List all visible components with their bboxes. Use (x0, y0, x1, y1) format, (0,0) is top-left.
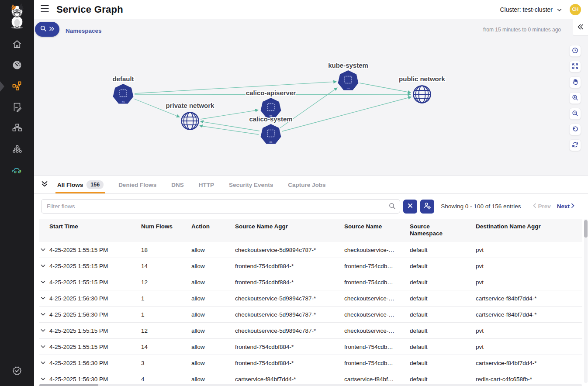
cell-num-flows: 3 (141, 360, 191, 366)
components-cluster-icon (12, 144, 22, 155)
pan-button[interactable] (569, 76, 581, 88)
tab-security-events[interactable]: Security Events (227, 176, 275, 193)
fit-to-view-button[interactable] (569, 61, 581, 72)
cell-start-time: 4-25-2025 1:55:15 PM (49, 247, 141, 253)
cell-source-name-aggr: frontend-754cdbf884-* (235, 263, 344, 269)
graph-node-public-network[interactable]: public network (399, 75, 446, 103)
graph-edge-kube-system-to-public-network (360, 83, 411, 93)
graph-node-kube-system[interactable]: nskube-system (328, 62, 368, 90)
tab-count-badge: 156 (86, 180, 104, 189)
column-header-source-namespace[interactable]: Source Namespace (410, 223, 451, 242)
sidebar-item-service-graph[interactable] (0, 76, 34, 97)
collapse-right-panel-button[interactable] (573, 19, 588, 36)
tab-denied-flows[interactable]: Denied Flows (117, 176, 158, 193)
certificate-badge-icon[interactable] (12, 366, 22, 377)
sidebar-item-dashboard[interactable] (0, 55, 34, 76)
chevron-down-icon (557, 6, 562, 13)
cell-source-namespace: default (410, 263, 476, 269)
cell-destination-name-aggr: redis-cart-c4fc658fb-* (476, 376, 582, 383)
cell-destination-name-aggr: pvt (476, 247, 582, 253)
column-header-destination-name-aggr[interactable]: Destination Name Aggr (476, 223, 582, 242)
next-page-button[interactable]: Next (557, 203, 575, 210)
cell-source-namespace: default (410, 247, 476, 253)
horizontal-scrollbar-thumb[interactable] (39, 384, 98, 386)
graph-search-button[interactable] (35, 22, 59, 37)
hamburger-menu-button[interactable] (40, 5, 49, 14)
cluster-selector[interactable]: Cluster: test-cluster (500, 6, 562, 13)
breadcrumb[interactable]: Namespaces (66, 28, 102, 34)
sidebar-item-home[interactable] (0, 34, 34, 55)
column-header-num-flows[interactable]: Num Flows (141, 223, 191, 242)
row-expand-chevron-icon[interactable] (39, 313, 49, 316)
vertical-scrollbar-thumb[interactable] (584, 220, 588, 238)
flows-filter-row: Showing 0 - 100 of 156 entries Prev Next (34, 194, 588, 219)
row-expand-chevron-icon[interactable] (39, 296, 49, 300)
tab-capture-jobs[interactable]: Capture Jobs (286, 176, 327, 193)
flows-table: Start TimeNum FlowsActionSource Name Agg… (39, 219, 582, 386)
tab-all-flows[interactable]: All Flows156 (55, 176, 105, 193)
flow-row[interactable]: 4-25-2025 1:55:15 PM12allowfrontend-754c… (39, 274, 582, 290)
column-header-start-time[interactable]: Start Time (49, 223, 141, 242)
graph-node-calico-system[interactable]: nscalico-system (249, 115, 292, 144)
flow-row[interactable]: 4-25-2025 1:56:30 PM1allowcheckoutservic… (39, 307, 582, 323)
zoom-in-button[interactable] (569, 92, 581, 104)
cell-num-flows: 4 (141, 376, 191, 383)
tab-http[interactable]: HTTP (197, 176, 216, 193)
clear-filter-button[interactable] (403, 200, 417, 214)
tab-dns[interactable]: DNS (169, 176, 186, 193)
horizontal-scrollbar[interactable] (39, 384, 582, 386)
filter-flows-input[interactable] (41, 199, 400, 214)
row-expand-chevron-icon[interactable] (39, 280, 49, 284)
flow-row[interactable]: 4-25-2025 1:55:15 PM14allowfrontend-754c… (39, 258, 582, 274)
cell-source-name: checkoutservice-… (344, 327, 410, 334)
column-header-source-name[interactable]: Source Name (344, 223, 410, 242)
cell-start-time: 4-25-2025 1:56:30 PM (49, 360, 141, 366)
row-expand-chevron-icon[interactable] (39, 329, 49, 332)
row-expand-chevron-icon[interactable] (39, 361, 49, 365)
refresh-button[interactable] (569, 139, 581, 151)
graph-node-default[interactable]: nsdefault (112, 75, 134, 104)
flow-row[interactable]: 4-25-2025 1:55:15 PM14allowfrontend-754c… (39, 339, 582, 355)
row-expand-chevron-icon[interactable] (39, 248, 49, 252)
sidebar-item-car[interactable] (0, 160, 34, 181)
user-avatar[interactable]: CH (570, 4, 581, 15)
column-header-action[interactable]: Action (191, 223, 235, 242)
row-expand-chevron-icon[interactable] (39, 264, 49, 268)
customize-columns-button[interactable] (420, 200, 434, 214)
undo-layout-button[interactable] (569, 124, 581, 135)
graph-node-private-network[interactable]: private network (166, 102, 215, 130)
cell-num-flows: 18 (141, 247, 191, 253)
collapse-flows-panel-button[interactable] (41, 176, 48, 193)
graph-node-label: public network (399, 75, 446, 83)
cell-destination-name-aggr: cartservice-f84bf7dd4-* (476, 295, 582, 302)
row-expand-chevron-icon[interactable] (39, 377, 49, 381)
column-header-source-name-aggr[interactable]: Source Name Aggr (235, 223, 344, 242)
cell-source-name: checkoutservice-… (344, 247, 410, 253)
sidebar-item-network-sets[interactable] (0, 118, 34, 139)
service-graph-canvas[interactable]: nsdefaultprivate networknscalico-apiserv… (34, 19, 588, 176)
cell-action: allow (191, 279, 235, 286)
cell-source-name-aggr: frontend-754cdbf884-* (235, 279, 344, 286)
row-expand-chevron-icon[interactable] (39, 345, 49, 348)
flow-row[interactable]: 4-25-2025 1:55:15 PM18allowcheckoutservi… (39, 242, 582, 258)
calico-cat-logo (7, 3, 27, 31)
zoom-out-button[interactable] (569, 108, 581, 120)
tab-label: DNS (171, 182, 184, 188)
flow-row[interactable]: 4-25-2025 1:56:30 PM1allowcheckoutservic… (39, 290, 582, 307)
prev-page-button[interactable]: Prev (533, 203, 550, 210)
tab-label: Capture Jobs (288, 182, 325, 188)
time-range-button[interactable] (569, 45, 581, 57)
graph-node-calico-apiserver[interactable]: nscalico-apiserver (246, 89, 296, 118)
graph-node-label: calico-apiserver (246, 89, 296, 96)
flow-row[interactable]: 4-25-2025 1:56:30 PM3allowfrontend-754cd… (39, 355, 582, 371)
prev-label: Prev (538, 203, 550, 210)
cell-source-name-aggr: frontend-754cdbf884-* (235, 360, 344, 366)
sidebar-item-components[interactable] (0, 139, 34, 160)
flow-row[interactable]: 4-25-2025 1:55:15 PM12allowcheckoutservi… (39, 323, 582, 339)
cell-source-name-aggr: frontend-754cdbf884-* (235, 344, 344, 350)
page-title: Service Graph (56, 4, 123, 15)
graph-edge-default-to-kube-system (135, 82, 336, 93)
vertical-scrollbar[interactable] (584, 219, 588, 383)
sidebar-item-policies[interactable] (0, 97, 34, 118)
cell-source-name: checkoutservice-… (344, 295, 410, 302)
